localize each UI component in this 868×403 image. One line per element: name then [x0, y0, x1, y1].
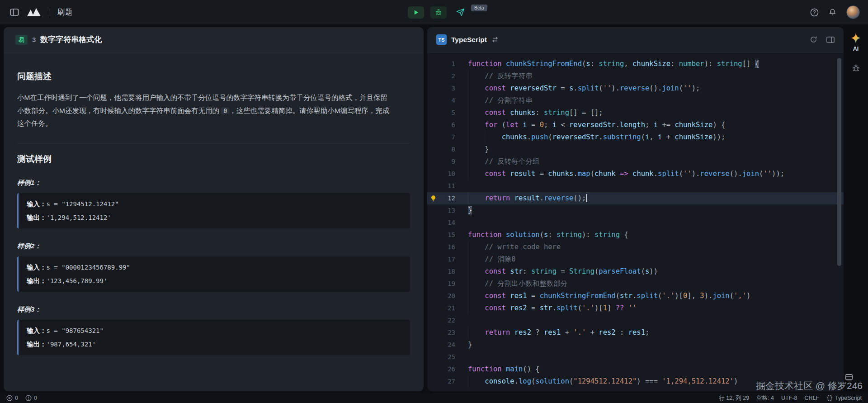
language-mode[interactable]: {} TypeScript [826, 395, 862, 401]
code-token [468, 131, 485, 143]
user-avatar[interactable] [846, 5, 860, 19]
code-line-24[interactable]: 24} [427, 339, 844, 351]
code-line-8[interactable]: 8 } [427, 143, 844, 156]
code-token: = [557, 84, 569, 92]
code-line-7[interactable]: 7 chunks.push(reversedStr.substring(i, i… [427, 131, 844, 143]
code-token: )); [712, 133, 725, 141]
code-line-2[interactable]: 2 // 反转字符串 [427, 70, 844, 82]
bug-report-button[interactable] [852, 64, 860, 72]
code-token: )[ [594, 304, 603, 312]
code-token [624, 304, 628, 312]
code-line-5[interactable]: 5 const chunks: string[] = []; [427, 107, 844, 119]
panel-layout-icon[interactable] [826, 36, 835, 43]
code-token [468, 278, 485, 290]
line-number: 24 [439, 339, 455, 351]
code-token: . [573, 84, 577, 92]
code-token: = [527, 304, 540, 312]
help-icon[interactable]: ? [810, 8, 819, 17]
reset-code-icon[interactable] [810, 36, 817, 43]
problem-body: 问题描述 小M在工作时遇到了一个问题，他需要将用户输入的不带千分位逗号的数字字符… [4, 52, 424, 366]
quick-fix-lightbulb-icon[interactable] [427, 192, 439, 204]
code-line-9[interactable]: 9 // 反转每个分组 [427, 156, 844, 168]
code-line-25[interactable]: 25 [427, 351, 844, 363]
code-token: parseFloat [599, 267, 641, 275]
code-token: string [557, 231, 582, 239]
warnings-indicator[interactable]: 0 [25, 395, 37, 401]
code-token: . [527, 133, 531, 141]
code-token: reversedStr [552, 133, 599, 141]
sample-output-label: 输出： [27, 277, 47, 284]
code-line-20[interactable]: 20 const res1 = chunkStringFromEnd(str.s… [427, 290, 844, 302]
code-token: // 分割字符串 [485, 96, 533, 104]
glyph-margin [427, 339, 439, 351]
code-line-6[interactable]: 6 for (let i = 0; i < reversedStr.length… [427, 119, 844, 131]
debug-run-button[interactable] [430, 6, 447, 19]
run-button[interactable] [408, 6, 424, 19]
problem-description: 小M在工作时遇到了一个问题，他需要将用户输入的不带千分位逗号的数字字符串转换为带… [17, 91, 390, 130]
code-token: result [510, 170, 535, 178]
code-line-22[interactable]: 22 [427, 314, 844, 327]
code-line-18[interactable]: 18 const str: string = String(parseFloat… [427, 266, 844, 278]
code-line-13[interactable]: 13} [427, 204, 844, 217]
code-line-3[interactable]: 3 const reversedStr = s.split('').revers… [427, 82, 844, 95]
ai-assistant-button[interactable]: AI [850, 33, 862, 52]
eol-setting[interactable]: CRLF [804, 395, 819, 401]
sidebar-toggle-icon[interactable] [10, 8, 19, 16]
problem-header: 易 3 数字字符串格式化 [4, 27, 424, 52]
code-line-1[interactable]: 1function chunkStringFromEnd(s: string, … [427, 58, 844, 70]
code-token: const [485, 109, 506, 117]
code-line-11[interactable]: 11 [427, 180, 844, 192]
code-token: { [755, 60, 759, 68]
code-token [506, 84, 510, 92]
code-line-15[interactable]: 15function solution(s: string): string { [427, 229, 844, 241]
line-number: 25 [439, 351, 455, 363]
sample-2-input-row: 输入：s = "0000123456789.99" [27, 261, 402, 274]
code-line-10[interactable]: 10 const result = chunks.map(chunk => ch… [427, 168, 844, 180]
glyph-margin [427, 131, 439, 143]
sample-input-value: s = "0000123456789.99" [47, 264, 130, 271]
glyph-margin [427, 290, 439, 302]
encoding-setting[interactable]: UTF-8 [781, 395, 797, 401]
language-switch-icon[interactable] [491, 36, 499, 43]
code-line-14[interactable]: 14 [427, 217, 844, 229]
code-token: length [620, 121, 645, 129]
code-line-26[interactable]: 26function main() { [427, 363, 844, 375]
line-number: 5 [439, 107, 455, 119]
code-token: : [548, 231, 557, 239]
glyph-margin [427, 156, 439, 168]
line-number: 20 [439, 290, 455, 302]
code-token [468, 119, 485, 131]
indentation-setting[interactable]: 空格: 4 [756, 394, 774, 402]
cursor-position[interactable]: 行 12, 列 29 [719, 394, 749, 402]
code-text: // write code here [455, 241, 561, 253]
code-line-21[interactable]: 21 const res2 = str.split('.')[1] ?? '' [427, 302, 844, 314]
code-token: ). [611, 84, 620, 92]
editor-scrollbar-thumb[interactable] [837, 58, 841, 266]
submit-button[interactable] [453, 6, 467, 19]
code-token: res1 [628, 328, 645, 337]
code-token: '' [603, 84, 612, 92]
sample-3-output-row: 输出：'987,654,321' [27, 337, 402, 351]
code-line-12[interactable]: 12 return result.reverse(); [427, 192, 844, 204]
code-line-17[interactable]: 17 // 消除0 [427, 253, 844, 266]
code-token: reverse [544, 194, 573, 202]
language-mode-label: TypeScript [835, 395, 862, 401]
code-line-16[interactable]: 16 // write code here [427, 241, 844, 253]
sample-output-value: '123,456,789.99' [47, 277, 108, 284]
glyph-margin [427, 204, 439, 217]
app-root: 刷题 Beta ? [0, 0, 868, 403]
code-token: chunk [632, 170, 654, 178]
samples-heading: 测试样例 [17, 153, 410, 165]
code-token: ( [590, 170, 594, 178]
code-editor[interactable]: 1function chunkStringFromEnd(s: string, … [427, 52, 844, 391]
notifications-bell-icon[interactable] [829, 8, 836, 16]
code-line-4[interactable]: 4 // 分割字符串 [427, 95, 844, 107]
code-text: } [455, 339, 472, 351]
errors-indicator[interactable]: 0 [6, 395, 18, 401]
code-token: '.' [573, 328, 586, 337]
code-line-23[interactable]: 23 return res2 ? res1 + '.' + res2 : res… [427, 327, 844, 339]
code-text: function main() { [455, 363, 540, 375]
code-token: const [485, 170, 506, 178]
code-line-19[interactable]: 19 // 分割出小数和整数部分 [427, 278, 844, 290]
code-token: = [557, 267, 569, 275]
